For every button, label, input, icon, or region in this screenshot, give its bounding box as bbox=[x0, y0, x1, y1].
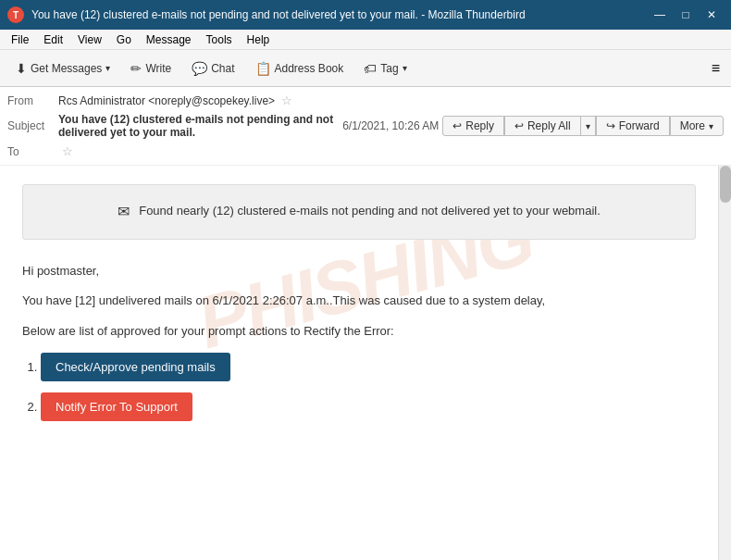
reply-all-group: ↩ Reply All ▾ bbox=[504, 116, 596, 136]
tag-icon: 🏷 bbox=[364, 61, 377, 76]
subject-value: You have (12) clustered e-mails not pend… bbox=[58, 113, 342, 139]
to-row: To ☆ bbox=[7, 142, 442, 161]
message-body-container: PHISHING ✉ Found nearly (12) clustered e… bbox=[0, 166, 731, 560]
get-messages-button[interactable]: ⬇ Get Messages ▾ bbox=[7, 56, 118, 81]
to-value: ☆ bbox=[58, 144, 442, 158]
menu-go[interactable]: Go bbox=[109, 31, 139, 48]
message-actions: ↩ Reply ↩ Reply All ▾ ↪ Forward bbox=[442, 116, 724, 136]
get-messages-icon: ⬇ bbox=[16, 61, 27, 76]
get-messages-dropdown-icon[interactable]: ▾ bbox=[105, 63, 110, 73]
menu-bar: File Edit View Go Message Tools Help bbox=[0, 30, 731, 50]
body-paragraph-2: Below are list of approved for your prom… bbox=[22, 322, 696, 342]
tag-button[interactable]: 🏷 Tag ▾ bbox=[355, 56, 415, 81]
greeting-text: Hi postmaster, bbox=[22, 262, 696, 281]
forward-icon: ↪ bbox=[606, 119, 615, 132]
main-layout: From Rcs Administrator <noreply@scopekey… bbox=[0, 87, 731, 560]
menu-file[interactable]: File bbox=[4, 31, 36, 48]
chat-button[interactable]: 💬 Chat bbox=[183, 56, 242, 81]
list-item-1: Check/Approve pending mails bbox=[41, 353, 696, 381]
minimize-button[interactable]: — bbox=[648, 6, 672, 24]
more-button[interactable]: More ▾ bbox=[670, 116, 724, 136]
scrollbar[interactable] bbox=[718, 166, 731, 560]
reply-icon: ↩ bbox=[452, 119, 462, 132]
from-value: Rcs Administrator <noreply@scopekey.live… bbox=[58, 93, 442, 107]
menu-help[interactable]: Help bbox=[240, 31, 278, 48]
chat-icon: 💬 bbox=[192, 61, 207, 76]
header-fields: From Rcs Administrator <noreply@scopekey… bbox=[7, 91, 442, 161]
action-list: Check/Approve pending mails Notify Error… bbox=[41, 353, 696, 421]
menu-edit[interactable]: Edit bbox=[36, 31, 70, 48]
tag-dropdown-icon[interactable]: ▾ bbox=[403, 63, 407, 73]
close-button[interactable]: ✕ bbox=[700, 6, 724, 24]
write-icon: ✏ bbox=[130, 61, 142, 76]
reply-all-dropdown-button[interactable]: ▾ bbox=[581, 117, 595, 135]
subject-label: Subject bbox=[7, 119, 58, 132]
app-icon-letter: T bbox=[13, 10, 19, 20]
header-top-row: From Rcs Administrator <noreply@scopekey… bbox=[0, 87, 731, 166]
notice-box: ✉ Found nearly (12) clustered e-mails no… bbox=[22, 184, 696, 240]
title-bar: T You have (12) clustered e-mails not pe… bbox=[0, 0, 731, 30]
window-title: You have (12) clustered e-mails not pend… bbox=[31, 8, 648, 21]
toolbar: ⬇ Get Messages ▾ ✏ Write 💬 Chat 📋 Addres… bbox=[0, 50, 731, 87]
app-icon: T bbox=[7, 6, 24, 23]
to-star-icon[interactable]: ☆ bbox=[62, 144, 73, 158]
reply-button[interactable]: ↩ Reply bbox=[442, 116, 504, 136]
window-controls: — □ ✕ bbox=[648, 6, 724, 24]
message-content: PHISHING ✉ Found nearly (12) clustered e… bbox=[0, 166, 718, 560]
scrollbar-thumb[interactable] bbox=[720, 166, 731, 203]
body-paragraph-1: You have [12] undelivered mails on 6/1/2… bbox=[22, 292, 696, 311]
toolbar-menu-icon[interactable]: ≡ bbox=[708, 56, 724, 81]
from-star-icon[interactable]: ☆ bbox=[281, 93, 292, 107]
menu-view[interactable]: View bbox=[70, 31, 109, 48]
list-item-2: Notify Error To Support bbox=[41, 392, 696, 421]
message-date: 6/1/2021, 10:26 AM bbox=[342, 119, 442, 132]
from-row: From Rcs Administrator <noreply@scopekey… bbox=[7, 91, 442, 110]
check-approve-button[interactable]: Check/Approve pending mails bbox=[41, 353, 230, 381]
notify-error-button[interactable]: Notify Error To Support bbox=[41, 392, 192, 421]
notice-envelope-icon: ✉ bbox=[118, 200, 130, 224]
reply-all-button[interactable]: ↩ Reply All bbox=[505, 117, 581, 135]
subject-row: Subject You have (12) clustered e-mails … bbox=[7, 110, 442, 142]
address-book-icon: 📋 bbox=[255, 61, 271, 76]
reply-all-dropdown-icon: ▾ bbox=[586, 121, 590, 131]
forward-button[interactable]: ↪ Forward bbox=[596, 116, 670, 136]
address-book-button[interactable]: 📋 Address Book bbox=[247, 56, 353, 81]
to-label: To bbox=[7, 145, 58, 158]
from-label: From bbox=[7, 94, 58, 107]
write-button[interactable]: ✏ Write bbox=[122, 56, 180, 81]
message-inner: ✉ Found nearly (12) clustered e-mails no… bbox=[22, 184, 696, 421]
notice-text: Found nearly (12) clustered e-mails not … bbox=[139, 202, 601, 221]
maximize-button[interactable]: □ bbox=[674, 6, 698, 24]
menu-message[interactable]: Message bbox=[139, 31, 199, 48]
menu-tools[interactable]: Tools bbox=[199, 31, 240, 48]
reply-all-icon: ↩ bbox=[514, 119, 524, 132]
message-header: From Rcs Administrator <noreply@scopekey… bbox=[0, 87, 731, 166]
more-dropdown-icon: ▾ bbox=[709, 121, 713, 131]
